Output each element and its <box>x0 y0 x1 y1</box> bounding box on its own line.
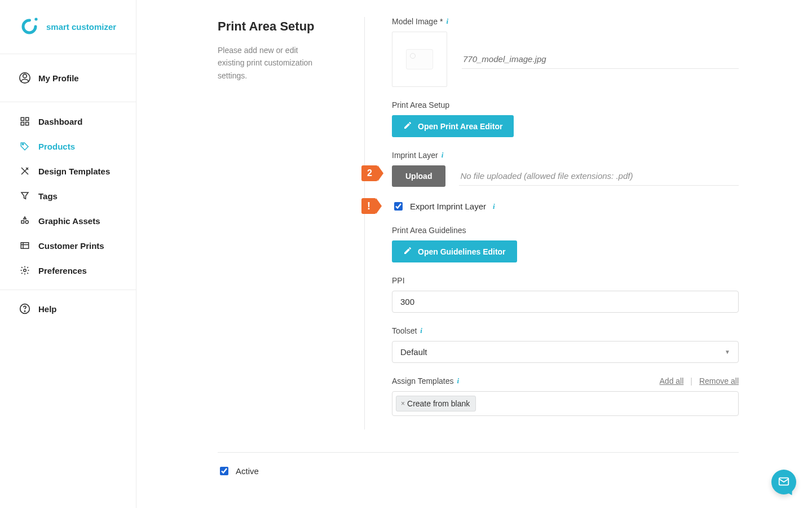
model-image-filename: 770_model_image.jpg <box>462 50 739 69</box>
svg-rect-9 <box>21 221 24 224</box>
page-header-col: Print Area Setup Please add new or edit … <box>218 17 364 90</box>
svg-rect-4 <box>21 117 24 120</box>
page-title: Print Area Setup <box>218 19 353 34</box>
sidebar-item-label: Products <box>38 142 75 151</box>
label-text: Imprint Layer <box>392 151 438 160</box>
button-label: Upload <box>405 172 432 181</box>
required-star: * <box>440 17 443 26</box>
step-tag-label: 2 <box>361 165 378 181</box>
sidebar-item-label: Tags <box>38 191 58 201</box>
sidebar-item-tags[interactable]: Tags <box>0 183 136 208</box>
sidebar-item-design-templates[interactable]: Design Templates <box>0 159 136 183</box>
pencil-icon <box>403 121 412 132</box>
svg-point-14 <box>24 311 25 312</box>
upload-hint: No file uploaded (allowed file extension… <box>459 167 739 186</box>
chip-label: Create from blank <box>407 399 470 408</box>
model-image-thumbnail[interactable] <box>392 32 447 87</box>
tag-arrow-icon <box>376 198 382 214</box>
active-checkbox[interactable] <box>220 467 228 475</box>
open-guidelines-editor-button[interactable]: Open Guidelines Editor <box>392 240 517 262</box>
field-label: Imprint Layer i <box>392 151 739 160</box>
step-tag-bang: ! <box>361 198 382 214</box>
sidebar-item-label: Help <box>38 304 57 314</box>
tag-icon <box>19 141 30 151</box>
step-tag-2: 2 <box>361 165 383 181</box>
field-label: PPI <box>392 276 739 285</box>
field-label: Print Area Setup <box>392 100 739 110</box>
field-ppi: PPI <box>392 276 739 313</box>
mail-icon <box>778 475 790 489</box>
export-imprint-row[interactable]: Export Imprint Layer i <box>392 200 739 212</box>
chip-remove-icon[interactable]: × <box>401 400 405 408</box>
svg-rect-5 <box>26 117 29 120</box>
label-text: Print Area Guidelines <box>392 226 466 235</box>
sidebar-item-profile[interactable]: My Profile <box>0 54 136 102</box>
svg-point-8 <box>23 144 24 145</box>
field-label: Print Area Guidelines <box>392 226 739 235</box>
checkbox-label: Active <box>236 466 259 476</box>
user-icon <box>19 72 30 84</box>
assets-icon <box>19 216 30 226</box>
remove-all-link[interactable]: Remove all <box>699 376 739 386</box>
sidebar-item-graphic-assets[interactable]: Graphic Assets <box>0 208 136 233</box>
sidebar-item-customer-prints[interactable]: Customer Prints <box>0 233 136 258</box>
sidebar-item-preferences[interactable]: Preferences <box>0 258 136 283</box>
ppi-input[interactable] <box>392 291 739 313</box>
footer-row: Active <box>218 452 739 477</box>
open-print-area-editor-button[interactable]: Open Print Area Editor <box>392 115 514 137</box>
step-tag-label: ! <box>361 198 376 214</box>
add-all-link[interactable]: Add all <box>660 376 684 386</box>
label-text: Model Image <box>392 17 438 26</box>
field-label: Assign Templates i <box>392 376 459 386</box>
sidebar-item-help[interactable]: Help <box>0 290 136 327</box>
field-imprint-layer: Imprint Layer i 2 Upload No file uploade… <box>392 151 739 187</box>
sidebar-item-label: Dashboard <box>38 117 82 126</box>
page-description: Please add new or edit existing print cu… <box>218 44 319 82</box>
info-icon[interactable]: i <box>442 151 444 160</box>
tag-arrow-icon <box>378 165 383 181</box>
label-text: Assign Templates <box>392 376 453 386</box>
sidebar-item-label: Customer Prints <box>38 241 104 251</box>
form-panel: Model Image * i 770_model_image.jpg Prin… <box>364 17 739 430</box>
checkbox-label: Export Imprint Layer <box>410 202 486 211</box>
main-panel: Print Area Setup Please add new or edit … <box>136 0 812 508</box>
toolset-select[interactable]: Default ▼ <box>392 341 739 363</box>
svg-rect-7 <box>26 122 29 125</box>
templates-input[interactable]: × Create from blank <box>392 391 739 416</box>
field-templates: Assign Templates i Add all | Remove all … <box>392 376 739 416</box>
field-model-image: Model Image * i 770_model_image.jpg <box>392 17 739 87</box>
button-label: Open Print Area Editor <box>418 122 502 131</box>
export-imprint-checkbox[interactable] <box>394 202 403 211</box>
info-icon[interactable]: i <box>457 376 459 386</box>
svg-point-1 <box>34 17 37 20</box>
svg-point-10 <box>25 221 28 224</box>
upload-button[interactable]: Upload <box>392 165 445 187</box>
dashboard-icon <box>19 116 30 126</box>
chevron-down-icon: ▼ <box>725 349 730 355</box>
svg-point-2 <box>23 74 27 78</box>
brand-name: smart customizer <box>46 22 116 32</box>
template-chip[interactable]: × Create from blank <box>396 396 476 411</box>
brand-logo-icon <box>19 16 39 38</box>
label-text: PPI <box>392 276 405 285</box>
button-label: Open Guidelines Editor <box>418 247 506 256</box>
field-toolset: Toolset i Default ▼ <box>392 326 739 363</box>
field-label: Model Image * i <box>392 17 739 26</box>
info-icon[interactable]: i <box>420 326 422 335</box>
separator: | <box>690 376 692 386</box>
chat-fab[interactable] <box>771 470 796 494</box>
sidebar-item-label: My Profile <box>38 73 79 83</box>
active-row[interactable]: Active <box>218 465 259 477</box>
info-icon[interactable]: i <box>446 17 448 26</box>
svg-point-12 <box>24 269 27 272</box>
sidebar-item-products[interactable]: Products <box>0 134 136 159</box>
label-text: Toolset <box>392 326 417 335</box>
sidebar-item-dashboard[interactable]: Dashboard <box>0 109 136 134</box>
sidebar-item-label: Preferences <box>38 266 87 275</box>
nav-main-section: Dashboard Products Design Templates <box>0 102 136 290</box>
select-value: Default <box>400 347 427 357</box>
sidebar-item-label: Graphic Assets <box>38 216 100 226</box>
nav-profile-section: My Profile <box>0 54 136 102</box>
info-icon[interactable]: i <box>493 202 495 211</box>
svg-rect-11 <box>21 243 29 249</box>
